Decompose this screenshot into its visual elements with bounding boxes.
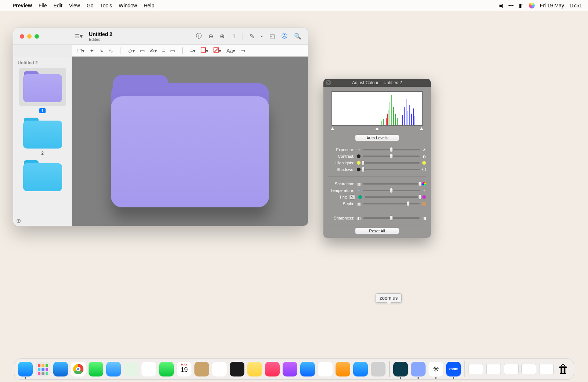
canvas[interactable] [72,57,308,226]
shapes-icon[interactable]: ◇▾ [128,48,135,54]
search-icon[interactable]: 🔍 [294,33,301,40]
window-minimize[interactable] [27,34,32,39]
titlebar[interactable]: ☰▾ Untitled 2 Edited ⓘ ⊖ ⊕ ⇧ ✎ ▾ ◰ Ⓐ 🔍 [13,28,308,45]
menu-edit[interactable]: Edit [54,3,62,8]
sepia-slider[interactable] [363,203,420,204]
dock-preview[interactable] [411,362,426,376]
dock-minimized-window[interactable] [504,364,519,374]
dock-tv[interactable] [230,362,244,376]
annotate-icon[interactable]: ▭ [240,48,245,54]
border-color-icon[interactable]: ▾ [201,47,208,54]
highlights-slider[interactable] [363,162,420,164]
dock-appstore[interactable] [300,362,315,376]
instant-alpha-icon[interactable]: ✦ [90,48,94,54]
levels-black-point[interactable] [331,127,334,130]
dock-appstore2[interactable] [353,362,368,376]
app-menu[interactable]: Preview [12,3,32,8]
contrast-slider[interactable] [363,156,420,157]
saturation-slider[interactable] [363,183,420,185]
dock-podcasts[interactable] [283,362,297,376]
reset-all-button[interactable]: Reset All [355,228,399,234]
dock-safari[interactable] [53,362,68,376]
menu-extra-icon[interactable]: ▣ [498,3,503,8]
dock-launchpad[interactable] [36,362,50,376]
menubar-date[interactable]: Fri 19 May [540,3,564,8]
close-icon[interactable]: ✕ [326,80,331,85]
levels-mid-point[interactable] [375,127,379,130]
line-style-icon[interactable]: ≡▾ [190,48,196,54]
menubar-time[interactable]: 15:51 [569,3,582,8]
add-page-icon[interactable]: ⊕ [16,217,21,224]
dock-numbers[interactable] [318,362,333,376]
shadows-slider[interactable] [363,169,420,170]
dock-minimized-window[interactable] [521,364,536,374]
dock-mail[interactable] [106,362,121,376]
menu-extra-icon[interactable]: ••• [508,3,514,8]
siri-icon[interactable] [529,3,535,8]
dock-pages[interactable] [336,362,350,376]
menu-tools[interactable]: Tools [100,3,112,8]
markup-toggle-icon[interactable]: Ⓐ [282,32,287,40]
draw-icon[interactable]: ∿ [109,48,113,54]
dock-settings[interactable] [371,362,386,376]
adjust-size-icon[interactable]: ▭ [170,48,175,54]
adjust-title[interactable]: ✕ Adjust Colour – Untitled 2 [323,79,431,87]
menu-file[interactable]: File [39,3,47,8]
menu-go[interactable]: Go [87,3,94,8]
fill-color-icon[interactable]: ▾ [214,47,221,54]
sidebar-toggle[interactable]: ☰▾ [74,33,84,40]
info-icon[interactable]: ⓘ [196,32,202,40]
window-zoom[interactable] [35,34,39,39]
thumbnail-page-3[interactable] [19,160,66,191]
separator [328,211,426,211]
selection-tool-icon[interactable]: ⬚▾ [77,48,85,54]
sketch-icon[interactable]: ∿ [99,48,104,54]
document-title[interactable]: Untitled 2 [89,31,112,37]
menubar: Preview File Edit View Go Tools Window H… [0,0,588,11]
tint-slider[interactable] [365,196,420,198]
adjust-colour-panel[interactable]: ✕ Adjust Colour – Untitled 2 Auto Levels… [323,79,431,238]
rotate-icon[interactable]: ◰ [269,33,275,40]
exposure-slider[interactable] [363,149,420,150]
window-close[interactable] [20,34,24,39]
dock-finder[interactable] [18,362,33,376]
dock-minimized-window[interactable] [486,364,501,374]
zoom-in-icon[interactable]: ⊕ [220,33,225,40]
dock-contacts[interactable] [194,362,209,376]
dock-notes[interactable] [247,362,262,376]
dock-minimized-window[interactable] [469,364,483,374]
dock-calendar[interactable]: MAY19 [177,362,191,376]
text-tool-icon[interactable]: ▭ [140,48,145,54]
dock-app-a[interactable] [393,362,408,376]
dock-slack[interactable]: ✳︎ [429,362,443,376]
highlight-menu-icon[interactable]: ▾ [261,34,263,38]
zoom-out-icon[interactable]: ⊖ [208,33,213,40]
highlight-icon[interactable]: ✎ [250,33,254,40]
exposure-low-icon: ☼ [356,147,361,152]
temperature-slider[interactable] [363,190,420,191]
menu-view[interactable]: View [69,3,80,8]
dock-messages[interactable] [89,362,103,376]
dock-chrome[interactable] [71,362,86,376]
text-style-icon[interactable]: Aa▾ [226,48,235,54]
dock-facetime[interactable] [159,362,174,376]
dock-music[interactable] [265,362,280,376]
thumbnail-page-1[interactable] [19,68,66,106]
auto-levels-button[interactable]: Auto Levels [355,135,399,141]
share-icon[interactable]: ⇧ [231,33,236,40]
menu-help[interactable]: Help [144,3,154,8]
adjust-color-icon[interactable]: ≡ [162,48,165,54]
dock-trash[interactable]: 🗑 [557,362,570,376]
dock-minimized-window[interactable] [539,364,554,374]
thumbnail-page-2[interactable] [19,118,66,149]
levels-white-point[interactable] [420,127,423,130]
sign-icon[interactable]: ✍︎▾ [150,48,157,54]
menu-window[interactable]: Window [119,3,137,8]
dock-zoom[interactable]: zoom [446,362,461,376]
dock-maps[interactable] [124,362,139,376]
control-center-icon[interactable]: ◧ [519,3,524,8]
dock-photos[interactable] [141,362,156,376]
sharpness-slider[interactable] [363,217,420,219]
dock-reminders[interactable] [212,362,227,376]
tint-picker-icon[interactable]: ↖ [349,194,355,200]
